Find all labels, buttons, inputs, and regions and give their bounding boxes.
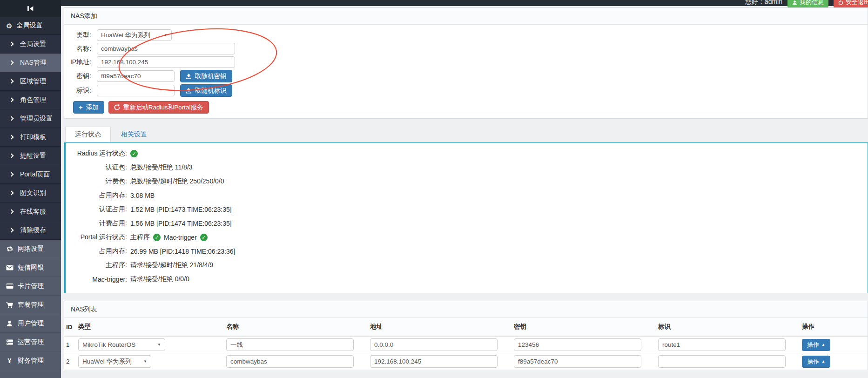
sidebar-item-user-management[interactable]: 用户管理: [0, 314, 61, 333]
chevron-right-icon: [9, 154, 14, 158]
row-name-input[interactable]: [226, 338, 354, 351]
row-type-select[interactable]: MikroTik RouterOS ▼: [78, 338, 165, 351]
nas-type-label: 类型:: [68, 31, 91, 40]
my-info-label: 我的信息: [800, 0, 824, 7]
nas-add-form: 类型: HuaWei 华为系列 ▼ 名称: IP地址:: [64, 25, 868, 118]
nas-type-selected-value: HuaWei 华为系列: [101, 31, 150, 40]
status-line-value: 26.99 MB [PID:1418 TIME:06:23:36]: [130, 248, 235, 255]
col-header-type: 类型: [74, 318, 222, 336]
add-button-label: 添加: [86, 103, 99, 112]
nas-secret-input[interactable]: [97, 70, 175, 82]
sidebar-item-finance-management[interactable]: ¥ 财务管理: [0, 351, 61, 370]
sidebar-item-operations-management[interactable]: 运营管理: [0, 333, 61, 351]
chevron-right-icon: [9, 135, 14, 140]
caret-down-icon: ▼: [143, 360, 147, 364]
chevron-right-icon: [9, 61, 14, 65]
status-line-label: 主程序:: [72, 261, 127, 270]
col-header-identify: 标识: [654, 318, 798, 336]
row-type-select[interactable]: HuaWei 华为系列 ▼: [78, 355, 151, 368]
nas-secret-label: 密钥:: [68, 72, 91, 81]
chevron-right-icon: [9, 228, 14, 233]
sidebar-item-region-management[interactable]: 区域管理: [0, 72, 61, 91]
nas-name-input[interactable]: [97, 43, 235, 54]
check-icon: ✓: [200, 234, 208, 241]
row-secret-input[interactable]: [514, 338, 641, 351]
sidebar-item-label: 运营管理: [18, 338, 44, 346]
restart-services-button[interactable]: 重新启动Radius和Portal服务: [108, 101, 209, 114]
nas-type-select[interactable]: HuaWei 华为系列 ▼: [97, 29, 172, 41]
sidebar-item-sms-banking[interactable]: 短信网银: [0, 258, 61, 277]
sidebar-item-nas-management[interactable]: NAS管理: [0, 54, 61, 72]
col-header-secret: 密钥: [510, 318, 654, 336]
row-address-input[interactable]: [370, 355, 498, 368]
add-button[interactable]: + 添加: [73, 101, 104, 114]
status-line-value: 1.52 MB [PID:1473 TIME:06:23:35]: [130, 206, 232, 213]
row-actions-button[interactable]: 操作 ▲: [802, 356, 830, 368]
content-area: NAS添加 类型: HuaWei 华为系列 ▼ 名称: IP地址:: [61, 6, 868, 378]
sidebar-item-label: 用户管理: [18, 319, 44, 328]
row-actions-label: 操作: [807, 358, 819, 366]
nas-ip-input[interactable]: [97, 56, 235, 68]
sidebar-item-package-management[interactable]: 套餐管理: [0, 296, 61, 314]
status-line-label: 认证占用:: [72, 205, 127, 214]
sidebar-item-label: 角色管理: [20, 96, 46, 104]
plus-icon: +: [79, 104, 83, 111]
running-status-panel: Radius 运行状态: ✓ 认证包:总数/接受/拒绝 11/8/3 计费包:总…: [64, 142, 868, 293]
sidebar-item-portal-page[interactable]: Portal页面: [0, 165, 61, 184]
sidebar-item-global-settings[interactable]: 全局设置: [0, 35, 61, 54]
upload-icon: [186, 88, 192, 94]
row-type-value: HuaWei 华为系列: [82, 358, 132, 366]
sidebar-item-admin-settings[interactable]: 管理员设置: [0, 109, 61, 128]
nas-identify-label: 标识:: [68, 87, 91, 95]
check-icon: ✓: [153, 234, 161, 241]
portal-mac-trigger-label: Mac-trigger: [164, 234, 197, 241]
row-identify-input[interactable]: [658, 355, 786, 368]
card-icon: [6, 283, 13, 289]
sidebar-item-label: 卡片管理: [18, 282, 44, 290]
status-line-label: 占用内存:: [72, 191, 127, 200]
status-line-value: 请求/接受/超时/拒绝 21/8/4/9: [130, 261, 213, 270]
sidebar-item-reminder-settings[interactable]: 提醒设置: [0, 147, 61, 165]
nas-identify-input[interactable]: [97, 85, 175, 96]
status-line-value: 总数/接受/超时/拒绝 250/250/0/0: [130, 177, 224, 186]
cart-icon: [6, 302, 13, 308]
caret-down-icon: ▼: [157, 343, 161, 347]
sidebar-item-label: NAS管理: [20, 59, 47, 67]
status-line-label: 认证包:: [72, 163, 127, 172]
row-identify-input[interactable]: [658, 338, 786, 351]
row-type-value: MikroTik RouterOS: [82, 341, 135, 348]
sidebar-item-card-management[interactable]: 卡片管理: [0, 277, 61, 296]
sidebar-submenu: 全局设置 NAS管理 区域管理 角色管理 管理员设置 打印模板 提醒设置 Por…: [0, 35, 61, 240]
sidebar-item-print-template[interactable]: 打印模板: [0, 128, 61, 147]
row-address-input[interactable]: [370, 338, 498, 351]
row-secret-input[interactable]: [514, 355, 641, 368]
random-identify-button[interactable]: 取随机标识: [180, 84, 232, 97]
status-tabs: 运行状态 相关设置: [64, 127, 868, 142]
sidebar-item-role-management[interactable]: 角色管理: [0, 91, 61, 109]
nas-list-panel-title: NAS列表: [64, 301, 868, 318]
collapse-icon: [27, 6, 34, 12]
row-name-input[interactable]: [226, 355, 354, 368]
random-secret-button[interactable]: 取随机密钥: [180, 70, 232, 82]
nas-name-label: 名称:: [68, 45, 91, 53]
main-area: 您好：admin 我的信息 安全退出 NAS添加 类型: HuaWei 华为系列: [61, 0, 868, 378]
sidebar-item-online-service[interactable]: 在线客服: [0, 202, 61, 221]
row-id: 2: [64, 353, 74, 370]
sidebar-item-label: 网络设置: [18, 245, 44, 253]
row-actions-button[interactable]: 操作 ▲: [802, 339, 830, 351]
sidebar-item-network-settings[interactable]: 网络设置: [0, 240, 61, 258]
caret-up-icon: ▲: [821, 360, 825, 364]
network-icon: [6, 246, 13, 252]
nas-add-panel: NAS添加 类型: HuaWei 华为系列 ▼ 名称: IP地址:: [64, 7, 868, 119]
tab-running-status[interactable]: 运行状态: [65, 127, 111, 142]
caret-down-icon: ▼: [164, 34, 168, 37]
upload-icon: [186, 74, 192, 79]
tab-related-settings[interactable]: 相关设置: [111, 127, 157, 142]
sidebar-section-title: 全局设置: [16, 21, 42, 30]
sidebar-collapse-button[interactable]: [0, 0, 61, 17]
sidebar-item-clear-cache[interactable]: 清除缓存: [0, 221, 61, 240]
nas-ip-label: IP地址:: [68, 58, 91, 67]
nas-add-panel-title: NAS添加: [64, 8, 868, 25]
sidebar-item-image-text-recognition[interactable]: 图文识别: [0, 184, 61, 202]
sidebar-item-label: 在线客服: [20, 208, 46, 216]
